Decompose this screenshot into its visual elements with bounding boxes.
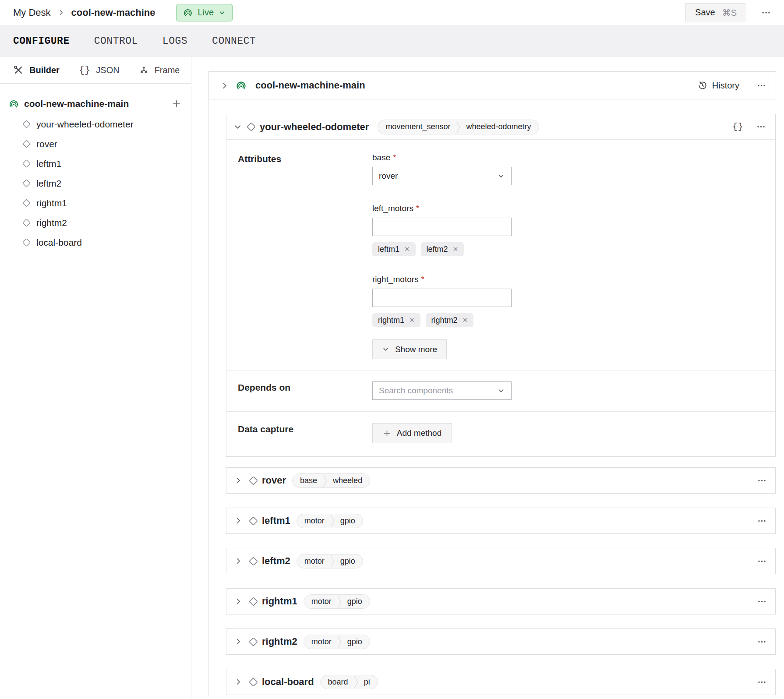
badge-divider [354, 675, 358, 689]
add-resource-icon[interactable] [172, 99, 181, 109]
card-menu-icon[interactable] [757, 597, 766, 606]
overflow-menu-icon[interactable] [761, 8, 771, 18]
resource-type-badge: motor gpio [304, 594, 370, 609]
badge-type: movement_sensor [378, 120, 456, 134]
card-menu-icon[interactable] [757, 678, 766, 687]
mode-label: Builder [29, 65, 60, 75]
depends-on-select[interactable]: Search components [372, 381, 512, 400]
mode-json[interactable]: {} JSON [79, 65, 120, 76]
tree-item-label: leftm2 [36, 178, 61, 189]
breadcrumb-parent[interactable]: My Desk [13, 7, 51, 18]
remove-icon[interactable]: ✕ [409, 316, 415, 324]
tree-item-rightm2[interactable]: rightm2 [22, 213, 181, 233]
tree-root-row[interactable]: cool-new-machine-main [9, 99, 181, 109]
odometer-card-header[interactable]: your-wheeled-odometer movement_sensor wh… [226, 114, 775, 140]
left-motors-field-label: left_motors [372, 204, 413, 213]
tree-item-local-board[interactable]: local-board [22, 233, 181, 252]
remove-icon[interactable]: ✕ [453, 245, 459, 253]
chevron-down-icon [219, 9, 226, 16]
chevron-right-icon[interactable] [234, 638, 242, 646]
card-menu-icon[interactable] [757, 476, 766, 485]
resource-type-badge: motor gpio [297, 514, 363, 528]
card-rover[interactable]: rover base wheeled [226, 467, 776, 494]
remove-icon[interactable]: ✕ [404, 245, 410, 253]
data-capture-label: Data capture [238, 423, 372, 443]
chevron-right-icon[interactable] [234, 517, 242, 525]
remove-icon[interactable]: ✕ [463, 316, 468, 324]
resource-list: your-wheeled-odometer movement_sensor wh… [208, 114, 776, 699]
required-marker: * [393, 153, 396, 162]
mode-builder[interactable]: Builder [13, 65, 60, 75]
resource-tree: cool-new-machine-main your-wheeled-odome… [0, 84, 191, 252]
badge-model: gpio [335, 554, 363, 568]
save-label: Save [695, 7, 715, 18]
card-menu-icon[interactable] [757, 557, 766, 566]
diamond-icon [22, 159, 31, 168]
broadcast-icon [236, 80, 247, 91]
card-rightm1[interactable]: rightm1 motor gpio [226, 588, 776, 614]
chevron-right-icon[interactable] [234, 678, 242, 686]
card-menu-icon[interactable] [756, 122, 766, 131]
badge-divider [323, 474, 327, 487]
card-menu-icon[interactable] [757, 516, 766, 526]
card-title: leftm1 [262, 515, 290, 526]
card-leftm1[interactable]: leftm1 motor gpio [226, 508, 776, 534]
badge-type: base [293, 474, 323, 487]
card-rightm2[interactable]: rightm2 motor gpio [226, 628, 776, 655]
chevron-right-icon[interactable] [220, 81, 229, 90]
tree-item-leftm1[interactable]: leftm1 [22, 154, 181, 173]
tree-item-rightm1[interactable]: rightm1 [22, 193, 181, 213]
mode-frame[interactable]: Frame [139, 65, 180, 75]
diamond-icon [248, 476, 258, 486]
show-more-button[interactable]: Show more [372, 339, 447, 359]
chevron-down-icon[interactable] [233, 123, 242, 131]
base-field-label: base [372, 153, 390, 162]
tree-item-label: your-wheeled-odometer [36, 119, 134, 130]
tab-configure[interactable]: CONFIGURE [13, 35, 70, 47]
resource-type-badge: movement_sensor wheeled-odometry [378, 120, 539, 134]
breadcrumb-current: cool-new-machine [71, 7, 155, 18]
json-braces-icon[interactable]: {} [732, 122, 743, 132]
top-bar: My Desk cool-new-machine Live Save ⌘S [0, 0, 784, 25]
add-method-button[interactable]: Add method [372, 423, 452, 443]
chip-label: rightm1 [378, 316, 404, 325]
tree-item-odometer[interactable]: your-wheeled-odometer [22, 114, 181, 134]
card-menu-icon[interactable] [757, 81, 766, 90]
view-mode-switcher: Builder {} JSON Frame [0, 57, 191, 84]
tree-root-label: cool-new-machine-main [24, 99, 166, 109]
tab-connect[interactable]: CONNECT [212, 35, 256, 47]
chevron-right-icon[interactable] [234, 477, 242, 484]
badge-model: wheeled-odometry [460, 120, 538, 134]
card-leftm2[interactable]: leftm2 motor gpio [226, 548, 776, 574]
history-button[interactable]: History [698, 81, 739, 91]
machine-part-title: cool-new-machine-main [255, 80, 365, 91]
right-motors-input[interactable] [372, 289, 512, 307]
tree-item-rover[interactable]: rover [22, 134, 181, 154]
attributes-section: Attributes base * rover [226, 140, 775, 371]
base-select-value: rover [379, 171, 398, 181]
frame-axes-icon [139, 65, 149, 75]
chip-label: leftm2 [427, 245, 448, 254]
base-select[interactable]: rover [372, 167, 512, 185]
status-label: Live [198, 7, 214, 18]
card-menu-icon[interactable] [757, 637, 766, 646]
diamond-icon [22, 139, 31, 148]
tab-logs[interactable]: LOGS [162, 35, 187, 47]
machine-part-card[interactable]: cool-new-machine-main History [208, 71, 776, 99]
save-button[interactable]: Save ⌘S [685, 3, 746, 22]
card-title: rover [262, 475, 286, 486]
broadcast-icon [183, 8, 193, 18]
tree-item-leftm2[interactable]: leftm2 [22, 173, 181, 193]
tree-item-label: rightm2 [36, 218, 67, 228]
diamond-icon [22, 120, 31, 129]
resource-type-badge: base wheeled [292, 473, 370, 488]
chevron-right-icon[interactable] [234, 597, 242, 605]
left-motors-field: left_motors * leftm1 ✕ leftm2 ✕ [372, 204, 764, 256]
left-motors-input[interactable] [372, 218, 512, 236]
chip-leftm2: leftm2 ✕ [421, 242, 464, 256]
chevron-right-icon[interactable] [234, 557, 242, 565]
chip-label: rightm2 [431, 316, 458, 325]
tab-control[interactable]: CONTROL [94, 35, 138, 47]
machine-status-dropdown[interactable]: Live [176, 4, 233, 21]
card-local-board[interactable]: local-board board pi [226, 669, 776, 695]
